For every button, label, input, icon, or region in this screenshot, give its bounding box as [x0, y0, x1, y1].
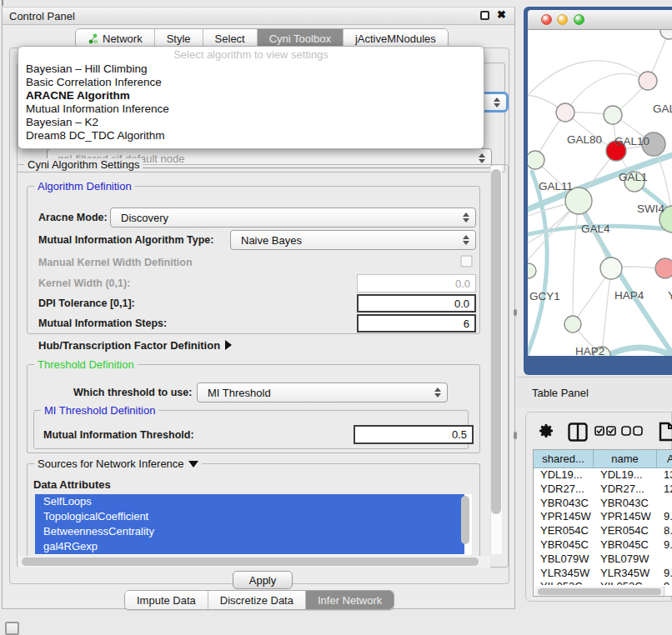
- algorithm-option[interactable]: Mutual Information Inference: [18, 102, 484, 116]
- algorithm-option[interactable]: ARACNE Algorithm: [18, 89, 484, 102]
- mi-algorithm-type-combo[interactable]: Naive Bayes: [230, 230, 476, 250]
- table-row[interactable]: YIL053CYIL053C9: [534, 580, 672, 585]
- splitter-handle-icon[interactable]: [514, 309, 517, 316]
- table-cell: YPR145W: [534, 510, 594, 524]
- spinner-up-icon: [463, 212, 469, 217]
- algorithm-option[interactable]: Bayesian – K2: [18, 116, 484, 129]
- tab-label: Infer Network: [318, 594, 382, 607]
- attribute-item-selected[interactable]: gal4RGexp: [35, 539, 464, 554]
- zoom-traffic-light[interactable]: [574, 14, 584, 25]
- table-cell: YLR345W: [594, 567, 657, 581]
- tab-style[interactable]: Style: [155, 29, 203, 48]
- apply-button[interactable]: Apply: [233, 571, 293, 589]
- algorithm-option[interactable]: Dream8 DC_TDC Algorithm: [18, 129, 484, 142]
- table-cell: YBR043C: [534, 497, 594, 511]
- close-icon[interactable]: ✖: [497, 8, 506, 21]
- settings-gear-icon[interactable]: [538, 422, 554, 439]
- network-node-GAL10[interactable]: [604, 106, 622, 124]
- floating-panel-icon[interactable]: [5, 622, 19, 635]
- network-edge[interactable]: [602, 268, 611, 355]
- aracne-mode-combo[interactable]: Discovery: [110, 208, 476, 228]
- select-all-checked-icon[interactable]: [594, 426, 616, 437]
- column-header-0[interactable]: shared...: [534, 450, 594, 468]
- column-header-1[interactable]: name: [594, 450, 657, 468]
- network-edge[interactable]: [528, 61, 648, 105]
- network-node-GAL80[interactable]: [556, 103, 574, 122]
- table-row[interactable]: YBR043CYBR043C: [534, 497, 672, 511]
- float-window-icon[interactable]: [480, 11, 489, 20]
- algorithm-option[interactable]: Basic Correlation Inference: [18, 76, 484, 89]
- column-header-2[interactable]: A: [657, 450, 672, 468]
- tab-label: jActiveMNodules: [355, 32, 436, 45]
- settings-hscroll-thumb[interactable]: [22, 558, 479, 566]
- which-threshold-value: MI Threshold: [208, 387, 271, 399]
- which-threshold-label: Which threshold to use:: [73, 387, 192, 398]
- network-node-node-top[interactable]: [660, 30, 672, 39]
- which-threshold-combo[interactable]: MI Threshold: [197, 382, 448, 402]
- apply-label: Apply: [249, 574, 277, 587]
- kernel-width-field[interactable]: 0.0: [357, 274, 476, 292]
- close-traffic-light[interactable]: [541, 14, 552, 25]
- network-window-titlebar[interactable]: [528, 10, 672, 30]
- network-node-GAL-pink[interactable]: [639, 72, 657, 90]
- algorithm-dropdown-popup: Select algorithm to view settings Bayesi…: [18, 46, 484, 149]
- attribute-item-selected[interactable]: SelfLoops: [35, 494, 464, 509]
- hub-section-toggle[interactable]: Hub/Transcription Factor Definition: [38, 339, 232, 352]
- table-cell: YBR045C: [534, 538, 594, 552]
- table-row[interactable]: YDR27...YDR27...12: [534, 482, 672, 497]
- network-node-HAP2[interactable]: [564, 316, 581, 332]
- network-node-salmon[interactable]: [655, 258, 672, 278]
- mi-steps-value: 6: [464, 318, 469, 330]
- new-column-partial-icon[interactable]: [658, 421, 672, 442]
- manual-kernel-checkbox[interactable]: [460, 255, 473, 268]
- minimize-traffic-light[interactable]: [557, 14, 568, 25]
- table-panel-title: Table Panel: [532, 387, 589, 399]
- table-row[interactable]: YPR145WYPR145W9.: [534, 510, 672, 524]
- tab-cyni-toolbox[interactable]: Cyni Toolbox: [258, 29, 344, 48]
- mi-threshold-field[interactable]: 0.5: [354, 425, 474, 444]
- network-canvas[interactable]: GALGAL80GAL10GAL1GAL11SWI4GAL4GCY1HAP4YH…: [528, 30, 672, 356]
- tab-jactivemnodules[interactable]: jActiveMNodules: [344, 29, 448, 48]
- sources-toggle[interactable]: Sources for Network Inference: [34, 458, 202, 470]
- network-node-GCY1[interactable]: [528, 263, 536, 278]
- mode-tab-infer-network[interactable]: Infer Network: [306, 591, 394, 609]
- table-cell: 8.: [657, 524, 672, 538]
- spinner-down-icon: [434, 393, 441, 398]
- tab-select[interactable]: Select: [203, 29, 258, 48]
- table-row[interactable]: YBR045CYBR045C9.: [534, 538, 672, 552]
- hub-section-label: Hub/Transcription Factor Definition: [38, 339, 220, 352]
- mode-tab-discretize-data[interactable]: Discretize Data: [208, 591, 306, 609]
- mi-steps-field[interactable]: 6: [357, 314, 476, 332]
- network-edge[interactable]: [573, 201, 579, 324]
- network-view-window[interactable]: GALGAL80GAL10GAL1GAL11SWI4GAL4GCY1HAP4YH…: [524, 7, 672, 375]
- algorithm-option[interactable]: Bayesian – Hill Climbing: [18, 62, 484, 76]
- attr-list-scrollbar[interactable]: [461, 496, 469, 544]
- tab-label: Cyni Toolbox: [269, 32, 331, 45]
- node-label: Y: [668, 289, 672, 302]
- table-row[interactable]: YDL19...YDL19...13: [534, 468, 672, 482]
- table-cell: 12: [657, 482, 672, 497]
- table-row[interactable]: YLR345WYLR345W9.: [534, 567, 672, 581]
- tab-network[interactable]: Network: [76, 29, 155, 48]
- split-view-icon[interactable]: [568, 422, 588, 442]
- tab-label: Network: [103, 32, 143, 45]
- dpi-tolerance-field[interactable]: 0.0: [357, 294, 476, 312]
- panel-title: Control Panel: [9, 10, 75, 22]
- settings-vscroll-thumb[interactable]: [491, 169, 501, 514]
- mode-tab-impute-data[interactable]: Impute Data: [125, 591, 208, 609]
- kernel-width-value: 0.0: [455, 278, 470, 290]
- splitter-handle-icon[interactable]: [514, 432, 517, 439]
- network-edge[interactable]: [565, 74, 648, 112]
- network-node-HAP4[interactable]: [600, 258, 622, 279]
- control-panel-titlebar[interactable]: Control Panel ✖: [3, 7, 514, 25]
- table-row[interactable]: YER054CYER054C8.: [534, 524, 672, 538]
- data-attributes-label: Data Attributes: [33, 478, 111, 491]
- table-row[interactable]: YBL079WYBL079W: [534, 552, 672, 567]
- deselect-all-icon[interactable]: [621, 426, 643, 437]
- attribute-item-selected[interactable]: BetweennessCentrality: [35, 524, 464, 539]
- table-cell: 9: [657, 580, 672, 585]
- network-node-GAL11[interactable]: [528, 151, 544, 169]
- attribute-item-selected[interactable]: TopologicalCoefficient: [35, 509, 464, 524]
- table-hscroll-thumb[interactable]: [538, 588, 661, 595]
- table-cell: 9.: [657, 567, 672, 581]
